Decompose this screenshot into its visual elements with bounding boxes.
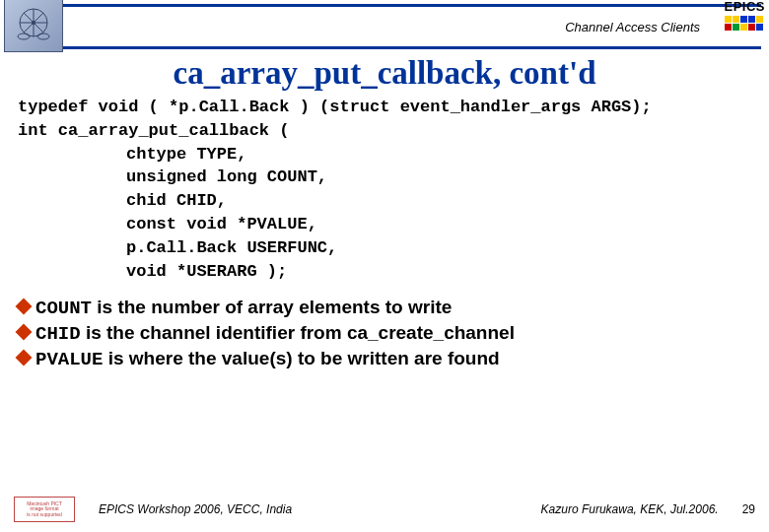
- diamond-icon: [16, 324, 33, 341]
- slide-header: Channel Access Clients EPICS: [8, 4, 761, 49]
- epics-logo: EPICS: [724, 0, 765, 31]
- code-line: p.Call.Back USERFUNC,: [126, 236, 751, 260]
- code-line: int ca_array_put_callback (: [18, 119, 751, 143]
- footer-left: EPICS Workshop 2006, VECC, India: [99, 502, 292, 516]
- slide-footer: Macintosh PICT image format is not suppo…: [0, 497, 769, 522]
- epics-blocks-icon: [724, 15, 763, 31]
- emblem-icon: [4, 0, 63, 52]
- bullet-mono: PVALUE: [35, 349, 103, 370]
- code-line: chid CHID,: [126, 189, 751, 213]
- bullet-item: COUNT is the number of array elements to…: [35, 297, 751, 319]
- footer-page-number: 29: [742, 502, 755, 516]
- slide-title: ca_array_put_callback, cont'd: [0, 55, 769, 92]
- diamond-icon: [16, 350, 33, 366]
- svg-point-6: [18, 33, 30, 39]
- bullet-mono: COUNT: [35, 298, 92, 319]
- bullet-item: CHID is the channel identifier from ca_c…: [35, 322, 751, 345]
- diamond-icon: [16, 299, 33, 315]
- code-line: typedef void ( *p.Call.Back ) (struct ev…: [18, 96, 751, 119]
- bullet-mono: CHID: [35, 323, 81, 345]
- epics-logo-text: EPICS: [724, 0, 765, 14]
- bullet-item: PVALUE is where the value(s) to be writt…: [35, 348, 751, 370]
- code-line: unsigned long COUNT,: [126, 166, 751, 189]
- bullet-text: is where the value(s) to be written are …: [103, 348, 499, 368]
- bullet-text: is the channel identifier from ca_create…: [81, 322, 515, 343]
- header-section-label: Channel Access Clients: [565, 20, 700, 34]
- bullet-list: COUNT is the number of array elements to…: [18, 297, 751, 370]
- broken-image-placeholder: Macintosh PICT image format is not suppo…: [14, 497, 75, 522]
- code-block: typedef void ( *p.Call.Back ) (struct ev…: [18, 96, 751, 283]
- code-line: const void *PVALUE,: [126, 213, 751, 236]
- bullet-text: is the number of array elements to write: [92, 297, 452, 317]
- svg-point-7: [37, 33, 49, 39]
- code-line: void *USERARG );: [126, 260, 751, 284]
- broken-image-text: is not supported: [27, 512, 62, 517]
- code-line: chtype TYPE,: [126, 143, 751, 166]
- footer-right: Kazuro Furukawa, KEK, Jul.2006.: [541, 502, 719, 516]
